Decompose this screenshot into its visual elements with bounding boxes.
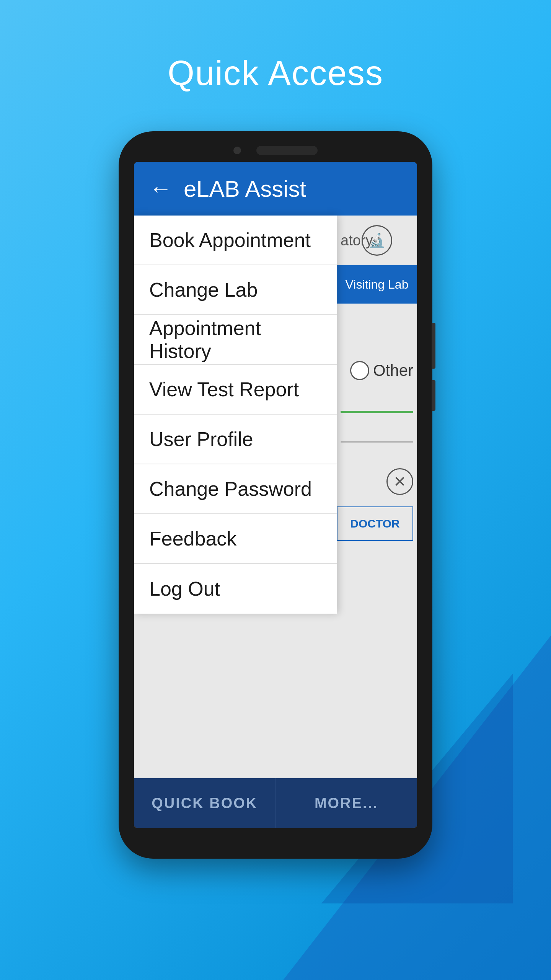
app-header: ← eLAB Assist <box>134 162 417 216</box>
menu-item-change-password[interactable]: Change Password <box>134 464 337 514</box>
visiting-lab-bar: Visiting Lab <box>337 265 417 304</box>
bottom-action-bar: QUICK BOOK MORE... <box>134 778 417 828</box>
menu-item-label: Log Out <box>149 577 220 600</box>
app-name: eLAB Assist <box>184 176 306 202</box>
doctor-button[interactable]: DOCTOR <box>337 506 413 541</box>
menu-item-user-profile[interactable]: User Profile <box>134 415 337 464</box>
menu-item-label: Change Password <box>149 477 312 500</box>
quick-book-label: QUICK BOOK <box>152 795 258 812</box>
input-underline-1 <box>341 441 413 443</box>
menu-item-label: View Test Report <box>149 378 299 401</box>
menu-item-label: User Profile <box>149 428 253 451</box>
menu-item-label: Feedback <box>149 527 236 550</box>
page-title: Quick Access <box>168 54 383 93</box>
drawer-menu: Book Appointment Change Lab Appointment … <box>134 216 337 614</box>
phone-speaker <box>256 146 318 155</box>
doctor-label: DOCTOR <box>350 517 399 530</box>
phone-frame: atory 🔬 Visiting Lab Other ✕ DOCTOR <box>119 131 432 859</box>
progress-bar <box>341 411 413 413</box>
clear-icon[interactable]: ✕ <box>386 468 413 495</box>
phone-top-bar <box>119 131 432 162</box>
visiting-lab-label: Visiting Lab <box>346 278 409 292</box>
menu-item-label: Appointment History <box>149 317 321 363</box>
phone-screen: atory 🔬 Visiting Lab Other ✕ DOCTOR <box>134 162 417 828</box>
quick-book-button[interactable]: QUICK BOOK <box>134 778 276 828</box>
menu-item-log-out[interactable]: Log Out <box>134 564 337 614</box>
other-radio[interactable] <box>350 361 369 380</box>
lab-text-partial: atory <box>341 232 373 249</box>
more-label: MORE... <box>315 795 378 812</box>
menu-item-feedback[interactable]: Feedback <box>134 514 337 564</box>
other-option[interactable]: Other <box>350 361 413 380</box>
menu-item-label: Change Lab <box>149 278 258 301</box>
phone-volume-button <box>432 380 435 411</box>
menu-item-label: Book Appointment <box>149 229 311 252</box>
lab-icon-area: atory 🔬 <box>337 216 417 265</box>
phone-camera <box>233 147 241 154</box>
menu-item-book-appointment[interactable]: Book Appointment <box>134 216 337 265</box>
phone-power-button <box>432 323 435 369</box>
other-label: Other <box>373 361 413 380</box>
more-button[interactable]: MORE... <box>276 778 417 828</box>
back-button[interactable]: ← <box>149 177 172 200</box>
menu-item-change-lab[interactable]: Change Lab <box>134 265 337 315</box>
menu-item-view-test-report[interactable]: View Test Report <box>134 365 337 415</box>
menu-item-appointment-history[interactable]: Appointment History <box>134 315 337 365</box>
